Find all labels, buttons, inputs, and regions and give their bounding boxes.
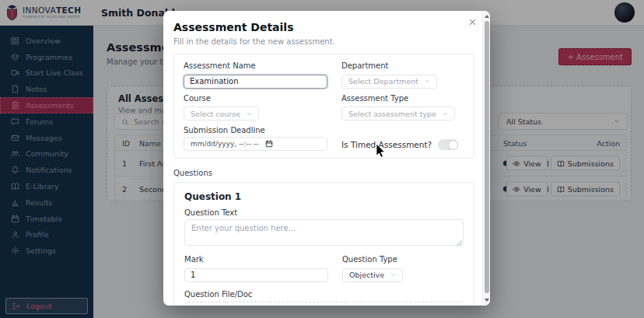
scroll-up-icon[interactable] bbox=[485, 15, 489, 18]
department-label: Department bbox=[341, 61, 464, 70]
resize-grip-icon[interactable] bbox=[457, 240, 462, 246]
questions-section-label: Questions bbox=[173, 169, 474, 177]
scroll-down-icon[interactable] bbox=[485, 299, 489, 302]
chevron-down-icon bbox=[390, 272, 396, 278]
question-type-label: Question Type bbox=[342, 255, 464, 264]
modal-subtitle: Fill in the details for the new assessme… bbox=[173, 37, 474, 46]
question-type-select[interactable]: Objective bbox=[342, 268, 403, 282]
scrollbar-thumb[interactable] bbox=[485, 21, 489, 293]
department-select[interactable]: Select Department bbox=[341, 75, 437, 89]
mark-label: Mark bbox=[184, 255, 328, 264]
timed-assessment-label: Is Timed Assessment? bbox=[341, 140, 432, 149]
question-text-input[interactable] bbox=[184, 219, 464, 246]
question-panel: Question 1 Question Text Mark Question T… bbox=[173, 182, 474, 306]
chevron-down-icon bbox=[247, 111, 252, 117]
modal-title: Assessment Details bbox=[173, 21, 474, 33]
file-upload-dropzone[interactable]: Click to upload or drag and drop IMAGES … bbox=[184, 302, 464, 306]
assessment-details-modal: Assessment Details Fill in the details f… bbox=[163, 11, 490, 306]
course-select[interactable]: Select course bbox=[184, 107, 259, 121]
question-title: Question 1 bbox=[184, 191, 464, 202]
modal-scrollbar[interactable] bbox=[482, 11, 490, 306]
assessment-fields-panel: Assessment Name Department Select Depart… bbox=[173, 54, 474, 159]
assessment-type-select[interactable]: Select assessment type bbox=[341, 107, 455, 121]
timed-assessment-toggle[interactable] bbox=[438, 139, 458, 150]
chevron-down-icon bbox=[443, 111, 448, 117]
mark-input[interactable] bbox=[184, 268, 328, 282]
calendar-icon bbox=[265, 140, 273, 148]
assessment-name-input[interactable] bbox=[184, 75, 327, 89]
question-file-label: Question File/Doc bbox=[184, 290, 464, 299]
assessment-name-label: Assessment Name bbox=[184, 61, 327, 70]
chevron-down-icon bbox=[425, 79, 430, 84]
close-icon[interactable] bbox=[467, 17, 478, 28]
question-text-label: Question Text bbox=[184, 208, 464, 217]
deadline-input[interactable]: mm/dd/yyyy, --:-- -- bbox=[184, 137, 327, 151]
assessment-type-label: Assessment Type bbox=[341, 94, 464, 103]
course-label: Course bbox=[184, 94, 327, 103]
deadline-label: Submission Deadline bbox=[184, 126, 327, 135]
